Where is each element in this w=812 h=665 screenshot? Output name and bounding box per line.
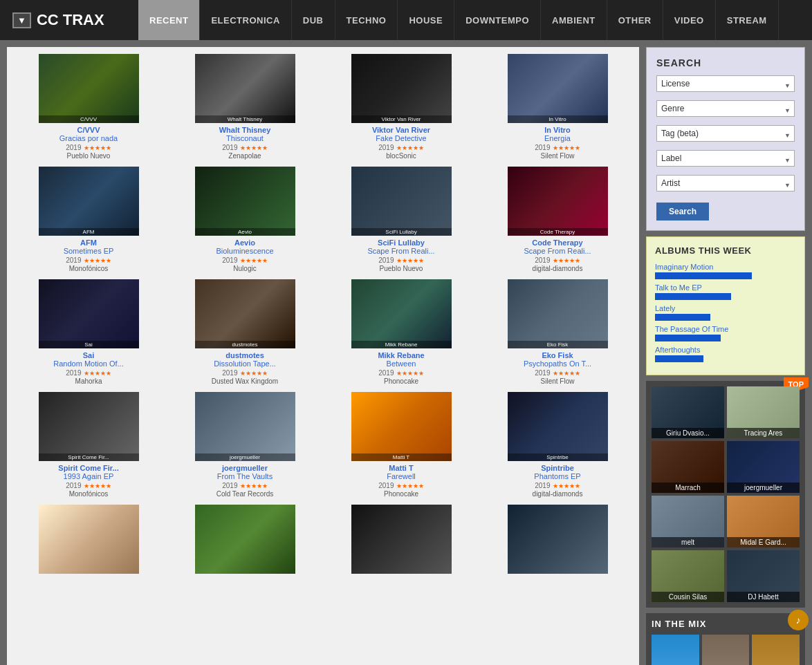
album-label: Silent Flow xyxy=(483,377,632,385)
album-year-stars: 2019 ★★★★★ xyxy=(483,142,632,152)
mix-thumb[interactable]: ▶ dualdeeload xyxy=(752,635,800,665)
in-the-mix-heading: IN THE MIX xyxy=(652,619,800,629)
artist-thumb[interactable]: DJ Habett xyxy=(727,550,800,602)
artist-thumb[interactable]: Giriu Dvasio... xyxy=(652,386,724,438)
artist-thumb[interactable]: joergmueller xyxy=(727,441,800,493)
album-week-bar xyxy=(655,355,703,362)
album-artist: joergmueller xyxy=(170,464,320,472)
album-thumb: Eko Fisk xyxy=(508,279,608,348)
album-item[interactable]: SciFi LullabySciFi LullabyScape From Rea… xyxy=(326,167,476,272)
album-year-stars: 2019 ★★★★★ xyxy=(170,142,320,152)
nav-item-stream[interactable]: STREAM xyxy=(716,0,779,40)
search-select-artist[interactable]: Artist xyxy=(656,175,795,191)
album-item[interactable]: Viktor Van RiverViktor Van RiverFake Det… xyxy=(326,54,476,160)
album-grid: C/VVVC/VVVGracias por nada2019 ★★★★★Pueb… xyxy=(14,54,632,577)
album-artist: Sai xyxy=(14,351,163,359)
mix-thumb[interactable]: ▶ BLU MIXdeeload xyxy=(652,635,699,665)
nav-item-dub[interactable]: DUB xyxy=(292,0,335,40)
album-item[interactable] xyxy=(170,505,320,577)
album-thumb: Aevio xyxy=(195,167,295,236)
album-item[interactable]: Code TherapyCode TherapyScape From Reali… xyxy=(483,167,632,272)
album-year-stars: 2019 ★★★★★ xyxy=(170,480,320,490)
album-year-stars: 2019 ★★★★★ xyxy=(170,255,320,265)
album-label: Monofónicos xyxy=(14,265,163,272)
search-select-label[interactable]: Label xyxy=(656,150,795,167)
album-item[interactable]: Spirit Come Fir...Spirit Come Fir...1993… xyxy=(14,392,163,498)
album-title: Fake Detective xyxy=(326,134,476,142)
album-item[interactable]: Eko FiskEko FiskPsychopaths On T...2019 … xyxy=(483,279,632,385)
album-year-stars: 2019 ★★★★★ xyxy=(326,368,476,377)
album-title: Thisconaut xyxy=(170,134,320,142)
album-item[interactable]: C/VVVC/VVVGracias por nada2019 ★★★★★Pueb… xyxy=(14,54,163,160)
album-label: digital-diamonds xyxy=(483,265,632,272)
nav-item-downtempo[interactable]: DOWNTEMPO xyxy=(454,0,541,40)
nav-item-recent[interactable]: RECENT xyxy=(138,0,200,40)
album-thumb: In Vitro xyxy=(508,54,608,123)
album-thumb xyxy=(39,505,139,574)
album-item[interactable] xyxy=(14,505,163,577)
album-week-title[interactable]: Imaginary Motion xyxy=(655,263,796,271)
album-thumb: dustmotes xyxy=(195,279,295,348)
album-week-title[interactable]: Talk to Me EP xyxy=(655,283,796,292)
album-label: blocSonic xyxy=(326,152,476,160)
album-label: Cold Tear Records xyxy=(170,490,320,498)
artist-thumb[interactable]: Tracing Ares xyxy=(727,386,800,438)
album-item[interactable]: joergmuellerjoergmuellerFrom The Vaults2… xyxy=(170,392,320,498)
album-item[interactable]: Matti TMatti TFarewell2019 ★★★★★Phonocak… xyxy=(326,392,476,498)
album-item[interactable]: In VitroIn VitroEnergia2019 ★★★★★Silent … xyxy=(483,54,632,160)
albums-this-week: ALBUMS THIS WEEK Imaginary MotionTalk to… xyxy=(646,236,805,375)
nav-item-other[interactable]: OTHER xyxy=(607,0,663,40)
album-item[interactable]: Whalt ThisneyWhalt ThisneyThisconaut2019… xyxy=(170,54,320,160)
album-item[interactable]: SpintribeSpintribePhantoms EP2019 ★★★★★d… xyxy=(483,392,632,498)
main-nav: RECENTELECTRONICADUBTECHNOHOUSEDOWNTEMPO… xyxy=(138,0,779,40)
nav-item-electronica[interactable]: ELECTRONICA xyxy=(200,0,291,40)
album-artist: dustmotes xyxy=(170,351,320,359)
album-thumb xyxy=(508,505,608,574)
album-week-bar xyxy=(655,335,721,341)
artist-grid: Giriu Dvasio...Tracing AresMarrachjoergm… xyxy=(652,386,800,602)
artist-thumb[interactable]: Cousin Silas xyxy=(652,550,724,602)
artist-thumb[interactable]: Marrach xyxy=(652,441,724,493)
album-thumb: Whalt Thisney xyxy=(195,54,295,123)
album-week-item: Afterthoughts xyxy=(655,346,796,362)
album-artist: Viktor Van River xyxy=(326,126,476,134)
album-week-title[interactable]: Afterthoughts xyxy=(655,346,796,354)
album-item[interactable]: dustmotesdustmotesDissolution Tape...201… xyxy=(170,279,320,385)
album-week-item: Lately xyxy=(655,304,796,321)
album-thumb: Matti T xyxy=(351,392,452,461)
album-item[interactable] xyxy=(326,505,476,577)
search-button[interactable]: Search xyxy=(656,203,709,221)
album-artist: Spintribe xyxy=(483,464,632,472)
album-week-title[interactable]: The Passage Of Time xyxy=(655,325,796,333)
nav-item-techno[interactable]: TECHNO xyxy=(335,0,398,40)
search-select-tag-(beta)[interactable]: Tag (beta) xyxy=(656,125,795,142)
search-select-genre[interactable]: Genre xyxy=(656,100,795,117)
search-box: SEARCH LicenseGenreTag (beta)LabelArtist… xyxy=(646,47,805,231)
artist-name: Tracing Ares xyxy=(727,428,800,438)
album-item[interactable]: SaiSaiRandom Motion Of...2019 ★★★★★Mahor… xyxy=(14,279,163,385)
album-item[interactable]: AFMAFMSometimes EP2019 ★★★★★Monofónicos xyxy=(14,167,163,272)
nav-item-ambient[interactable]: AMBIENT xyxy=(541,0,607,40)
artist-thumb[interactable]: Midal E Gard... xyxy=(727,496,800,547)
album-year-stars: 2019 ★★★★★ xyxy=(326,480,476,490)
artist-thumb[interactable]: melt xyxy=(652,496,724,547)
nav-item-video[interactable]: VIDEO xyxy=(663,0,716,40)
artist-name: Midal E Gard... xyxy=(727,537,800,547)
album-item[interactable]: Mikk RebaneMikk RebaneBetween2019 ★★★★★P… xyxy=(326,279,476,385)
search-select-license[interactable]: License xyxy=(656,75,795,92)
album-thumb: Mikk Rebane xyxy=(351,279,452,348)
album-label: Silent Flow xyxy=(483,152,632,160)
album-artist: Mikk Rebane xyxy=(326,351,476,359)
album-item[interactable] xyxy=(483,505,632,577)
album-item[interactable]: AevioAevioBioluminescence2019 ★★★★★Nulog… xyxy=(170,167,320,272)
album-title: Gracias por nada xyxy=(14,134,163,142)
in-the-mix-section: ♪ IN THE MIX ▶ BLU MIXdeeload▶ meltdeelo… xyxy=(646,613,805,665)
nav-item-house[interactable]: HOUSE xyxy=(398,0,454,40)
logo-box: ▼ xyxy=(12,12,31,28)
album-title: From The Vaults xyxy=(170,472,320,480)
album-week-title[interactable]: Lately xyxy=(655,304,796,312)
mix-thumb[interactable]: ▶ meltdeeload xyxy=(702,635,750,665)
album-thumb: Spirit Come Fir... xyxy=(39,392,139,461)
album-thumb: Viktor Van River xyxy=(351,54,452,123)
album-week-item: The Passage Of Time xyxy=(655,325,796,341)
